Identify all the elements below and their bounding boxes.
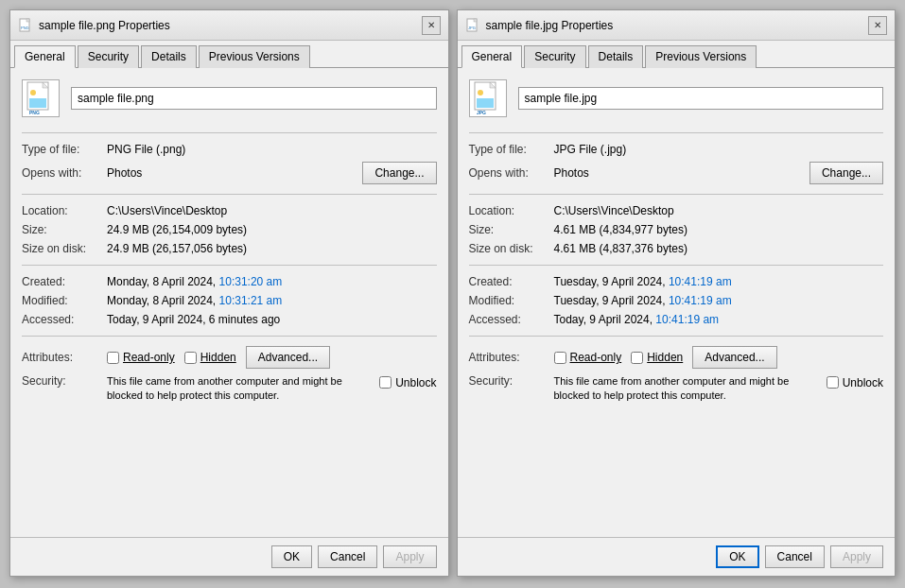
security-text-png: This file came from another computer and…	[107, 374, 372, 404]
accessed-row-jpg: Accessed: Today, 9 April 2024, 10:41:19 …	[469, 313, 884, 326]
tabs-png: General Security Details Previous Versio…	[10, 41, 448, 68]
svg-rect-13	[477, 98, 494, 108]
apply-button-jpg[interactable]: Apply	[830, 545, 883, 568]
hidden-checkbox-jpg[interactable]: Hidden	[631, 351, 683, 364]
close-button-png[interactable]: ✕	[422, 16, 441, 35]
divider3-png	[22, 265, 437, 266]
attr-controls-png: Read-only Hidden Advanced...	[107, 346, 437, 369]
size-value-jpg: 4.61 MB (4,834,977 bytes)	[554, 223, 884, 236]
modified-value-png: Monday, 8 April 2024, 10:31:21 am	[107, 294, 437, 307]
size-on-disk-value-png: 24.9 MB (26,157,056 bytes)	[107, 242, 437, 255]
svg-point-14	[478, 90, 483, 95]
accessed-row-png: Accessed: Today, 9 April 2024, 6 minutes…	[22, 313, 437, 326]
size-on-disk-value-jpg: 4.61 MB (4,837,376 bytes)	[554, 242, 884, 255]
opens-with-value-png: Photos	[107, 166, 362, 180]
svg-text:PNG: PNG	[29, 110, 40, 115]
tabs-jpg: General Security Details Previous Versio…	[458, 41, 896, 68]
security-row-jpg: Security: This file came from another co…	[469, 374, 884, 404]
security-text-jpg: This file came from another computer and…	[554, 374, 819, 404]
divider1-jpg	[469, 132, 884, 133]
png-title-icon: PNG	[18, 18, 33, 33]
title-bar-png: PNG sample file.png Properties ✕	[10, 10, 448, 41]
location-row-jpg: Location: C:\Users\Vince\Desktop	[469, 204, 884, 217]
ok-button-jpg[interactable]: OK	[716, 545, 758, 568]
created-row-png: Created: Monday, 8 April 2024, 10:31:20 …	[22, 275, 437, 288]
type-of-file-row-jpg: Type of file: JPG File (.jpg)	[469, 143, 884, 156]
hidden-checkbox-png[interactable]: Hidden	[184, 351, 236, 364]
tab-general-png[interactable]: General	[14, 45, 76, 68]
file-header-jpg: JPG	[469, 79, 884, 117]
security-content-png: This file came from another computer and…	[107, 374, 437, 404]
title-bar-jpg: JPG sample file.jpg Properties ✕	[458, 10, 896, 41]
change-button-png[interactable]: Change...	[362, 162, 436, 184]
type-value-png: PNG File (.png)	[107, 143, 437, 156]
type-label-jpg: Type of file:	[469, 143, 554, 156]
modified-row-jpg: Modified: Tuesday, 9 April 2024, 10:41:1…	[469, 294, 884, 307]
svg-rect-1	[26, 19, 29, 22]
file-name-input-jpg[interactable]	[518, 87, 884, 110]
jpg-file-svg: JPG	[473, 81, 503, 115]
readonly-label-jpg: Read-only	[570, 351, 622, 364]
size-label-jpg: Size:	[469, 223, 554, 236]
unblock-label-text-png: Unblock	[395, 376, 436, 389]
unblock-label-text-jpg: Unblock	[843, 376, 883, 389]
opens-with-value-jpg: Photos	[554, 166, 809, 180]
tab-details-jpg[interactable]: Details	[588, 45, 644, 68]
tab-security-png[interactable]: Security	[78, 45, 139, 68]
attributes-row-png: Attributes: Read-only Hidden Advanced...	[22, 346, 437, 369]
cancel-button-jpg[interactable]: Cancel	[765, 545, 825, 568]
tab-security-jpg[interactable]: Security	[524, 45, 585, 68]
size-on-disk-label-png: Size on disk:	[22, 242, 107, 255]
type-of-file-row-png: Type of file: PNG File (.png)	[22, 143, 437, 156]
svg-point-6	[30, 90, 36, 95]
close-button-jpg[interactable]: ✕	[868, 16, 887, 35]
dialog-png-properties: PNG sample file.png Properties ✕ General…	[9, 9, 449, 577]
readonly-checkbox-png[interactable]: Read-only	[107, 351, 175, 364]
size-label-png: Size:	[22, 223, 107, 236]
opens-with-label-jpg: Opens with:	[469, 166, 554, 180]
footer-png: OK Cancel Apply	[10, 537, 448, 576]
divider4-jpg	[469, 336, 884, 337]
created-row-jpg: Created: Tuesday, 9 April 2024, 10:41:19…	[469, 275, 884, 288]
opens-with-label-png: Opens with:	[22, 166, 107, 180]
file-header-png: PNG	[22, 79, 437, 117]
accessed-label-png: Accessed:	[22, 313, 107, 326]
change-button-jpg[interactable]: Change...	[809, 162, 883, 184]
divider2-png	[22, 194, 437, 195]
location-value-jpg: C:\Users\Vince\Desktop	[554, 204, 884, 217]
attributes-label-png: Attributes:	[22, 351, 107, 364]
file-icon-jpg: JPG	[469, 79, 507, 117]
file-name-input-png[interactable]	[71, 87, 437, 110]
readonly-checkbox-jpg[interactable]: Read-only	[554, 351, 622, 364]
advanced-button-jpg[interactable]: Advanced...	[692, 346, 776, 369]
unblock-input-png[interactable]	[379, 376, 392, 389]
svg-rect-9	[474, 19, 477, 22]
svg-text:JPG: JPG	[477, 110, 486, 115]
security-row-png: Security: This file came from another co…	[22, 374, 437, 404]
readonly-label-png: Read-only	[123, 351, 175, 364]
readonly-input-png[interactable]	[107, 352, 119, 364]
created-value-png: Monday, 8 April 2024, 10:31:20 am	[107, 275, 437, 288]
cancel-button-png[interactable]: Cancel	[318, 545, 377, 568]
tab-previous-versions-jpg[interactable]: Previous Versions	[645, 45, 757, 68]
tab-previous-versions-png[interactable]: Previous Versions	[199, 45, 310, 68]
location-row-png: Location: C:\Users\Vince\Desktop	[22, 204, 437, 217]
hidden-input-jpg[interactable]	[631, 352, 643, 364]
opens-with-row-jpg: Opens with: Photos Change...	[469, 162, 884, 184]
size-on-disk-row-png: Size on disk: 24.9 MB (26,157,056 bytes)	[22, 242, 437, 255]
readonly-input-jpg[interactable]	[554, 352, 566, 364]
accessed-label-jpg: Accessed:	[469, 313, 554, 326]
location-value-png: C:\Users\Vince\Desktop	[107, 204, 437, 217]
accessed-value-jpg: Today, 9 April 2024, 10:41:19 am	[554, 313, 884, 326]
unblock-checkbox-jpg[interactable]: Unblock	[827, 376, 883, 389]
apply-button-png[interactable]: Apply	[383, 545, 436, 568]
ok-button-png[interactable]: OK	[271, 545, 312, 568]
tab-details-png[interactable]: Details	[141, 45, 197, 68]
hidden-input-png[interactable]	[184, 352, 197, 364]
size-on-disk-label-jpg: Size on disk:	[469, 242, 554, 255]
security-label-jpg: Security:	[469, 374, 554, 388]
tab-general-jpg[interactable]: General	[461, 45, 523, 68]
unblock-checkbox-png[interactable]: Unblock	[379, 376, 436, 389]
unblock-input-jpg[interactable]	[827, 376, 839, 389]
advanced-button-png[interactable]: Advanced...	[246, 346, 330, 369]
